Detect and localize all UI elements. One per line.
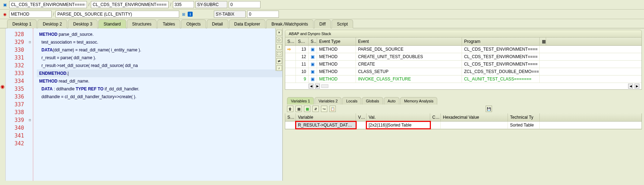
program-field-2[interactable]: [91, 1, 169, 8]
breakpoint-icon: ◉: [2, 11, 8, 17]
program-field-1[interactable]: [9, 1, 87, 8]
sy-subrc-value[interactable]: [229, 1, 260, 8]
var-col-header[interactable]: S…: [285, 113, 296, 121]
desktop-tabs: Desktop 1Desktop 2Desktop 3StandardStruc…: [0, 19, 644, 28]
stack-col-header[interactable]: St…: [285, 38, 296, 45]
separator: /: [88, 2, 89, 7]
tab-desktop-3[interactable]: Desktop 3: [68, 19, 98, 28]
sy-tabix-label: [214, 11, 246, 18]
layout-icon[interactable]: ⫞: [276, 44, 282, 50]
right-panel: ABAP and Dynpro Stack St…Sta…S..Event Ty…: [283, 28, 644, 181]
expand-icon[interactable]: ⛶: [276, 51, 282, 57]
stack-scroll: ◀ ▶ ◀ ▶: [285, 83, 642, 89]
breakpoint-marker[interactable]: ◉: [0, 84, 5, 89]
table-green-icon[interactable]: ▦: [304, 106, 310, 112]
var-tab-auto[interactable]: Auto: [384, 97, 400, 105]
variables-grid: S…VariableV…Val.C…Hexadecimal ValueTechn…: [285, 113, 642, 129]
var-col-header[interactable]: Hexadecimal Value: [441, 113, 508, 121]
stack-col-header[interactable]: S..: [309, 38, 317, 45]
save-icon[interactable]: 💾: [486, 106, 492, 112]
separator: /: [53, 12, 54, 17]
hierarchy-icon[interactable]: ⇵: [312, 106, 319, 112]
scope-field[interactable]: [9, 11, 52, 18]
code-editor: ◉ 32832933033133233333433533633733833934…: [0, 28, 283, 181]
tab-desktop-2[interactable]: Desktop 2: [37, 19, 67, 28]
editor-toolbar: ✕ ▢ ⫞ ⛶ ⇄ ♪: [275, 28, 282, 71]
close-editor-icon[interactable]: ✕: [276, 30, 282, 35]
table-icon[interactable]: ▦: [295, 106, 302, 112]
scroll-thumb[interactable]: [321, 84, 328, 88]
new-window-icon[interactable]: ▢: [276, 37, 282, 43]
tab-detail[interactable]: Detail: [207, 19, 228, 28]
info-icon[interactable]: i: [188, 12, 193, 17]
variable-row[interactable]: R_RESULT->QLAST_DAT…[2x2(116)]Sorted Tab…: [285, 122, 642, 129]
method-field[interactable]: [55, 11, 179, 18]
var-col-header[interactable]: Val.: [367, 113, 430, 121]
variable-tabs: Variables 1Variables 2LocalsGlobalsAutoM…: [285, 97, 642, 104]
stack-row[interactable]: 9▣METHODINVOKE_CLASS_FIXTURECL_AUNIT_TES…: [285, 75, 642, 83]
display-icon[interactable]: ⊞: [181, 11, 186, 17]
var-col-header[interactable]: Technical Ty: [508, 113, 540, 121]
fold-column[interactable]: ⊟ ⊟: [27, 28, 33, 181]
stack-grid: St…Sta…S..Event TypeEventProgram▦ ⇨13▣ME…: [285, 38, 642, 90]
tab-tables[interactable]: Tables: [157, 19, 180, 28]
var-col-header[interactable]: C…: [430, 113, 441, 121]
scroll-right-icon[interactable]: ▶: [315, 84, 320, 89]
tab-structures[interactable]: Structures: [127, 19, 157, 28]
stack-row[interactable]: ⇨13▣METHODPARSE_DDL_SOURCECL_CDS_TEST_EN…: [285, 46, 642, 53]
stack-grid-header: St…Sta…S..Event TypeEventProgram▦: [285, 38, 642, 46]
clipboard-icon[interactable]: 📋: [329, 106, 336, 112]
stack-col-header[interactable]: Program: [462, 38, 540, 45]
header-row-2: ◉ / ⊞ i: [0, 10, 644, 19]
var-tab-memory-analysis[interactable]: Memory Analysis: [400, 97, 437, 105]
var-col-header[interactable]: Variable: [296, 113, 356, 121]
tab-break-watchpoints[interactable]: Break./Watchpoints: [266, 19, 314, 28]
tab-standard[interactable]: Standard: [98, 19, 126, 28]
var-tab-variables-1[interactable]: Variables 1: [287, 97, 314, 105]
line-field[interactable]: [173, 1, 194, 8]
code-content[interactable]: METHOD parse_ddl_source. test_associatio…: [33, 28, 282, 181]
header-row-1: ▣ / /: [0, 0, 644, 10]
sy-tabix-value[interactable]: [247, 11, 279, 18]
variable-toolbar: 🗑 ▦ ▦ ⇵ ↪ 📋 💾: [285, 104, 642, 113]
stack-row[interactable]: 12▣METHODCREATE_UNIT_TEST_DOUBLESCL_CDS_…: [285, 53, 642, 61]
export-icon[interactable]: ↪: [321, 106, 327, 112]
stack-row[interactable]: 10▣METHODCLASS_SETUPZCL_CDS_TEST_DOUBLE_…: [285, 68, 642, 75]
tab-desktop-1[interactable]: Desktop 1: [7, 19, 37, 28]
scroll-left-icon[interactable]: ◀: [628, 84, 633, 89]
headphones-icon[interactable]: ♪: [276, 65, 282, 71]
scroll-left-icon[interactable]: ◀: [309, 84, 314, 89]
breakpoint-gutter[interactable]: ◉: [0, 28, 6, 181]
program-icon: ▣: [2, 2, 8, 7]
stack-row[interactable]: 11▣METHODCREATECL_CDS_TEST_ENVIRONMENT==…: [285, 61, 642, 68]
tab-script[interactable]: Script: [332, 19, 353, 28]
var-tab-variables-2[interactable]: Variables 2: [315, 97, 341, 105]
config-col-icon[interactable]: ▦: [540, 38, 546, 45]
var-tab-locals[interactable]: Locals: [342, 97, 361, 105]
separator: /: [170, 2, 171, 7]
delete-icon[interactable]: 🗑: [287, 106, 293, 112]
sy-subrc-label: [195, 1, 227, 8]
tab-objects[interactable]: Objects: [181, 19, 206, 28]
scroll-right-icon[interactable]: ▶: [634, 84, 639, 89]
tab-data-explorer[interactable]: Data Explorer: [229, 19, 265, 28]
var-col-header[interactable]: V…: [356, 113, 367, 121]
stack-col-header[interactable]: Sta…: [296, 38, 309, 45]
stack-panel-title: ABAP and Dynpro Stack: [285, 30, 642, 38]
variables-grid-header: S…VariableV…Val.C…Hexadecimal ValueTechn…: [285, 113, 642, 122]
stack-col-header[interactable]: Event: [356, 38, 462, 45]
stack-col-header[interactable]: Event Type: [317, 38, 356, 45]
main-split: ◉ 32832933033133233333433533633733833934…: [0, 28, 644, 181]
var-tab-globals[interactable]: Globals: [362, 97, 383, 105]
tab-diff[interactable]: Diff: [314, 19, 331, 28]
line-numbers: 3283293303313323333343353363373383393403…: [6, 28, 27, 181]
sync-icon[interactable]: ⇄: [276, 58, 282, 64]
